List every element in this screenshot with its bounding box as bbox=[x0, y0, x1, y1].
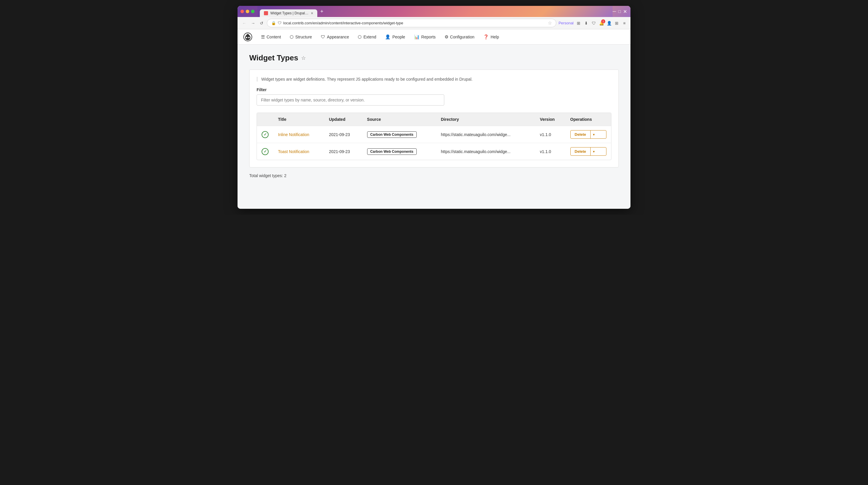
row1-status: ✓ bbox=[257, 126, 273, 143]
row2-ops-group: Delete ▾ bbox=[570, 147, 607, 156]
row1-source: Carbon Web Components bbox=[363, 126, 436, 143]
window-minimize-icon[interactable]: ─ bbox=[613, 9, 616, 14]
filter-input[interactable] bbox=[256, 94, 444, 105]
extensions-icon[interactable]: ⊞ bbox=[576, 21, 581, 26]
more-btn[interactable]: ≡ bbox=[622, 21, 627, 26]
col-operations: Operations bbox=[566, 113, 611, 126]
nav-configuration[interactable]: ⚙ Configuration bbox=[440, 32, 478, 42]
row1-directory: https://static.mateuaguilo.com/widge... bbox=[436, 126, 535, 143]
bookmark-icon[interactable]: ☆ bbox=[548, 20, 552, 26]
widget-types-table-wrapper: Title Updated Source Directory Version O… bbox=[256, 113, 612, 160]
window-close-btn[interactable] bbox=[241, 10, 244, 13]
nav-structure-label: Structure bbox=[295, 35, 312, 39]
status-active-icon-2: ✓ bbox=[261, 148, 269, 155]
shield-icon[interactable]: 🛡 bbox=[591, 21, 596, 26]
new-tab-btn[interactable]: + bbox=[317, 7, 327, 16]
browser-icons: Personal ⊞ ⬇ 🛡 🔔 1 👤 ⊞ ≡ bbox=[559, 21, 627, 26]
extend-icon: ⬡ bbox=[358, 34, 362, 39]
row2-title[interactable]: Toast Notification bbox=[273, 143, 324, 160]
page-description: Widget types are widget definitions. The… bbox=[256, 77, 612, 82]
browser-window: Widget Types | Drupal Contri... × + ─ □ … bbox=[238, 6, 630, 209]
people-icon: 👤 bbox=[385, 34, 391, 39]
nav-help-label: Help bbox=[491, 35, 499, 39]
row2-title-link[interactable]: Toast Notification bbox=[278, 149, 309, 154]
row2-operations: Delete ▾ bbox=[566, 143, 611, 160]
browser-tab-active[interactable]: Widget Types | Drupal Contri... × bbox=[260, 9, 317, 17]
nav-people[interactable]: 👤 People bbox=[381, 32, 409, 42]
widget-types-table: Title Updated Source Directory Version O… bbox=[257, 113, 611, 160]
nav-people-label: People bbox=[392, 35, 405, 39]
window-close-icon[interactable]: ✕ bbox=[623, 9, 627, 14]
window-minimize-btn[interactable] bbox=[246, 10, 249, 13]
tab-favicon bbox=[264, 11, 268, 15]
total-count: Total widget types: 2 bbox=[249, 173, 619, 178]
address-bar: ← → ↺ 🔒 🛡 local.contrib.com/en/admin/con… bbox=[238, 17, 630, 29]
row1-updated: 2021-09-23 bbox=[324, 126, 363, 143]
row2-delete-btn[interactable]: Delete bbox=[571, 148, 590, 155]
nav-reports-label: Reports bbox=[422, 35, 436, 39]
page-title: Widget Types bbox=[249, 53, 298, 62]
page-title-row: Widget Types ☆ bbox=[249, 53, 619, 62]
nav-content[interactable]: ☰ Content bbox=[257, 32, 285, 42]
row1-operations: Delete ▾ bbox=[566, 126, 611, 143]
forward-btn[interactable]: → bbox=[250, 20, 256, 27]
config-icon: ⚙ bbox=[444, 34, 448, 39]
nav-config-label: Configuration bbox=[450, 35, 474, 39]
row2-source: Carbon Web Components bbox=[363, 143, 436, 160]
col-directory: Directory bbox=[436, 113, 535, 126]
nav-help[interactable]: ❓ Help bbox=[479, 32, 503, 42]
row1-title-link[interactable]: Inline Notification bbox=[278, 132, 309, 137]
row2-source-badge: Carbon Web Components bbox=[367, 148, 417, 155]
appearance-icon: 🛡 bbox=[321, 34, 325, 39]
content-icon: ☰ bbox=[261, 34, 265, 39]
table-header-row: Title Updated Source Directory Version O… bbox=[257, 113, 611, 126]
filter-label: Filter bbox=[256, 87, 612, 92]
profile-icon[interactable]: 👤 bbox=[607, 21, 612, 26]
grid-icon[interactable]: ⊞ bbox=[614, 21, 619, 26]
svg-point-2 bbox=[248, 37, 250, 38]
drupal-nav: ☰ Content ⬡ Structure 🛡 Appearance ⬡ Ext… bbox=[238, 29, 630, 44]
tab-close-btn[interactable]: × bbox=[311, 11, 313, 15]
table-row: ✓ Inline Notification 2021-09-23 Carbon … bbox=[257, 126, 611, 143]
back-btn[interactable]: ← bbox=[241, 20, 248, 27]
lock-icon: 🔒 bbox=[271, 21, 276, 25]
row1-delete-btn[interactable]: Delete bbox=[571, 130, 590, 139]
content-card: Widget types are widget definitions. The… bbox=[249, 69, 619, 168]
structure-icon: ⬡ bbox=[290, 34, 293, 39]
row2-status: ✓ bbox=[257, 143, 273, 160]
window-restore-icon[interactable]: □ bbox=[618, 9, 621, 14]
table-row: ✓ Toast Notification 2021-09-23 Carbon W… bbox=[257, 143, 611, 160]
row2-ops-dropdown-btn[interactable]: ▾ bbox=[591, 148, 597, 155]
help-icon: ❓ bbox=[483, 34, 489, 39]
row1-ops-group: Delete ▾ bbox=[570, 130, 607, 139]
refresh-btn[interactable]: ↺ bbox=[259, 20, 265, 27]
notification-icon[interactable]: 🔔 1 bbox=[599, 21, 604, 26]
svg-point-1 bbox=[246, 37, 248, 38]
col-status bbox=[257, 113, 273, 126]
personal-btn[interactable]: Personal bbox=[559, 21, 574, 25]
nav-appearance[interactable]: 🛡 Appearance bbox=[317, 32, 353, 42]
url-bar[interactable]: 🔒 🛡 local.contrib.com/en/admin/content/i… bbox=[267, 19, 556, 27]
url-shield-icon: 🛡 bbox=[278, 21, 281, 25]
nav-extend[interactable]: ⬡ Extend bbox=[354, 32, 380, 42]
col-title: Title bbox=[273, 113, 324, 126]
favorite-btn[interactable]: ☆ bbox=[301, 55, 306, 61]
col-updated: Updated bbox=[324, 113, 363, 126]
nav-appearance-label: Appearance bbox=[327, 35, 349, 39]
nav-structure[interactable]: ⬡ Structure bbox=[286, 32, 316, 42]
row1-ops-dropdown-btn[interactable]: ▾ bbox=[591, 130, 597, 139]
row2-directory: https://static.mateuaguilo.com/widge... bbox=[436, 143, 535, 160]
window-maximize-btn[interactable] bbox=[251, 10, 254, 13]
url-text: local.contrib.com/en/admin/content/inter… bbox=[283, 21, 546, 25]
col-source: Source bbox=[363, 113, 436, 126]
drupal-logo bbox=[243, 33, 252, 41]
row1-source-badge: Carbon Web Components bbox=[367, 131, 417, 138]
row1-version: v1.1.0 bbox=[535, 126, 565, 143]
nav-reports[interactable]: 📊 Reports bbox=[410, 32, 440, 42]
page-content: Widget Types ☆ Widget types are widget d… bbox=[238, 44, 630, 209]
tab-title: Widget Types | Drupal Contri... bbox=[270, 11, 309, 15]
row1-title[interactable]: Inline Notification bbox=[273, 126, 324, 143]
row2-version: v1.1.0 bbox=[535, 143, 565, 160]
download-icon[interactable]: ⬇ bbox=[584, 21, 589, 26]
col-version: Version bbox=[535, 113, 565, 126]
